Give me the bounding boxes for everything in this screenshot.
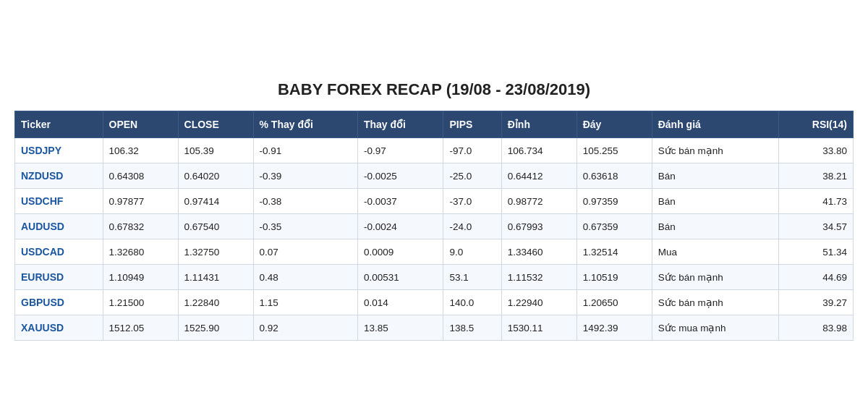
cell-close: 1.11431 xyxy=(178,265,253,290)
cell-pips: 138.5 xyxy=(443,315,501,341)
col-pips: PIPS xyxy=(443,111,501,138)
cell-pips: 9.0 xyxy=(443,239,501,265)
cell-pct_change: -0.39 xyxy=(253,163,357,189)
cell-pct_change: 1.15 xyxy=(253,290,357,315)
table-row: EURUSD1.109491.114310.480.0053153.11.115… xyxy=(15,265,854,290)
table-body: USDJPY106.32105.39-0.91-0.97-97.0106.734… xyxy=(15,138,854,341)
page-title: BABY FOREX RECAP (19/08 - 23/08/2019) xyxy=(14,67,854,111)
cell-ticker: USDJPY xyxy=(15,138,103,163)
cell-day: 0.67359 xyxy=(576,214,652,239)
cell-rsi: 34.57 xyxy=(778,214,853,239)
cell-day: 1.10519 xyxy=(576,265,652,290)
cell-close: 0.64020 xyxy=(178,163,253,189)
cell-change: 13.85 xyxy=(357,315,443,341)
table-row: USDJPY106.32105.39-0.91-0.97-97.0106.734… xyxy=(15,138,854,163)
cell-rsi: 83.98 xyxy=(778,315,853,341)
cell-change: -0.0025 xyxy=(357,163,443,189)
cell-change: 0.014 xyxy=(357,290,443,315)
cell-dinh: 1530.11 xyxy=(501,315,576,341)
cell-close: 1.32750 xyxy=(178,239,253,265)
cell-dinh: 1.11532 xyxy=(501,265,576,290)
col-close: CLOSE xyxy=(178,111,253,138)
col-ticker: Ticker xyxy=(15,111,103,138)
cell-rsi: 33.80 xyxy=(778,138,853,163)
cell-pips: 53.1 xyxy=(443,265,501,290)
table-row: XAUUSD1512.051525.900.9213.85138.51530.1… xyxy=(15,315,854,341)
cell-change: 0.00531 xyxy=(357,265,443,290)
cell-danh_gia: Sức mua mạnh xyxy=(652,315,778,341)
cell-rsi: 38.21 xyxy=(778,163,853,189)
cell-ticker: NZDUSD xyxy=(15,163,103,189)
cell-dinh: 1.22940 xyxy=(501,290,576,315)
cell-pips: -37.0 xyxy=(443,189,501,214)
main-container: BABYFOREX BABY FOREX RECAP (19/08 - 23/0… xyxy=(7,60,861,348)
cell-rsi: 41.73 xyxy=(778,189,853,214)
cell-rsi: 51.34 xyxy=(778,239,853,265)
cell-open: 1.10949 xyxy=(103,265,178,290)
cell-pips: -97.0 xyxy=(443,138,501,163)
cell-close: 0.67540 xyxy=(178,214,253,239)
cell-dinh: 1.33460 xyxy=(501,239,576,265)
cell-danh_gia: Sức bán mạnh xyxy=(652,290,778,315)
cell-open: 106.32 xyxy=(103,138,178,163)
cell-open: 0.97877 xyxy=(103,189,178,214)
cell-close: 1.22840 xyxy=(178,290,253,315)
table-row: USDCAD1.326801.327500.070.00099.01.33460… xyxy=(15,239,854,265)
cell-day: 1492.39 xyxy=(576,315,652,341)
cell-danh_gia: Sức bán mạnh xyxy=(652,265,778,290)
cell-change: -0.0037 xyxy=(357,189,443,214)
cell-day: 105.255 xyxy=(576,138,652,163)
cell-change: -0.97 xyxy=(357,138,443,163)
cell-open: 1.21500 xyxy=(103,290,178,315)
forex-table: Ticker OPEN CLOSE % Thay đổi Thay đổi PI… xyxy=(14,111,854,341)
cell-open: 0.67832 xyxy=(103,214,178,239)
cell-close: 1525.90 xyxy=(178,315,253,341)
cell-pips: 140.0 xyxy=(443,290,501,315)
cell-close: 105.39 xyxy=(178,138,253,163)
cell-day: 0.63618 xyxy=(576,163,652,189)
cell-danh_gia: Bán xyxy=(652,189,778,214)
cell-pct_change: 0.48 xyxy=(253,265,357,290)
cell-day: 1.32514 xyxy=(576,239,652,265)
cell-rsi: 39.27 xyxy=(778,290,853,315)
cell-pips: -24.0 xyxy=(443,214,501,239)
cell-danh_gia: Sức bán mạnh xyxy=(652,138,778,163)
cell-ticker: USDCAD xyxy=(15,239,103,265)
cell-danh_gia: Bán xyxy=(652,214,778,239)
table-row: GBPUSD1.215001.228401.150.014140.01.2294… xyxy=(15,290,854,315)
cell-pct_change: 0.07 xyxy=(253,239,357,265)
cell-pct_change: 0.92 xyxy=(253,315,357,341)
table-row: NZDUSD0.643080.64020-0.39-0.0025-25.00.6… xyxy=(15,163,854,189)
cell-open: 1512.05 xyxy=(103,315,178,341)
cell-day: 0.97359 xyxy=(576,189,652,214)
cell-change: 0.0009 xyxy=(357,239,443,265)
col-pct-change: % Thay đổi xyxy=(253,111,357,138)
col-dinh: Đỉnh xyxy=(501,111,576,138)
cell-pct_change: -0.91 xyxy=(253,138,357,163)
cell-ticker: GBPUSD xyxy=(15,290,103,315)
col-change: Thay đổi xyxy=(357,111,443,138)
cell-pips: -25.0 xyxy=(443,163,501,189)
cell-open: 0.64308 xyxy=(103,163,178,189)
cell-dinh: 106.734 xyxy=(501,138,576,163)
table-header-row: Ticker OPEN CLOSE % Thay đổi Thay đổi PI… xyxy=(15,111,854,138)
cell-dinh: 0.64412 xyxy=(501,163,576,189)
cell-ticker: USDCHF xyxy=(15,189,103,214)
cell-dinh: 0.67993 xyxy=(501,214,576,239)
table-row: USDCHF0.978770.97414-0.38-0.0037-37.00.9… xyxy=(15,189,854,214)
cell-close: 0.97414 xyxy=(178,189,253,214)
cell-open: 1.32680 xyxy=(103,239,178,265)
col-danh-gia: Đánh giá xyxy=(652,111,778,138)
col-rsi: RSI(14) xyxy=(778,111,853,138)
table-row: AUDUSD0.678320.67540-0.35-0.0024-24.00.6… xyxy=(15,214,854,239)
col-day: Đáy xyxy=(576,111,652,138)
col-open: OPEN xyxy=(103,111,178,138)
cell-rsi: 44.69 xyxy=(778,265,853,290)
cell-danh_gia: Bán xyxy=(652,163,778,189)
cell-pct_change: -0.35 xyxy=(253,214,357,239)
cell-change: -0.0024 xyxy=(357,214,443,239)
cell-ticker: XAUUSD xyxy=(15,315,103,341)
cell-pct_change: -0.38 xyxy=(253,189,357,214)
cell-day: 1.20650 xyxy=(576,290,652,315)
cell-dinh: 0.98772 xyxy=(501,189,576,214)
